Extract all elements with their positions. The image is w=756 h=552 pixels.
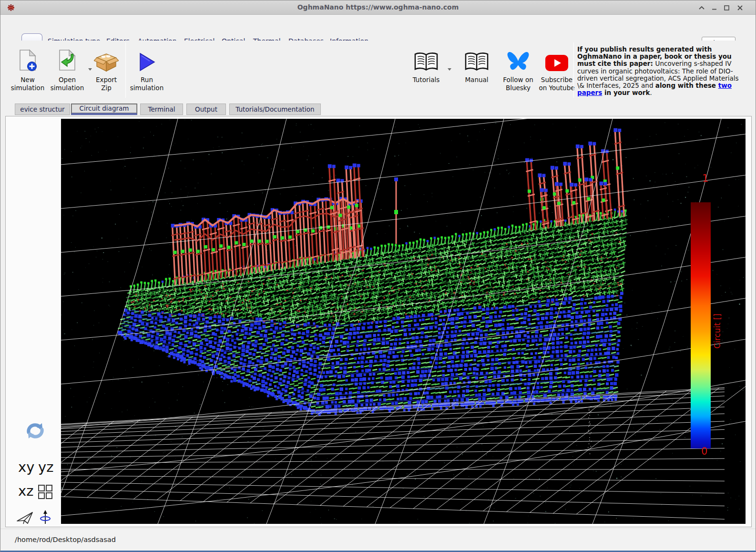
tab-terminal[interactable]: Terminal [140,104,183,115]
toolbar-label: Export Zip [89,76,123,92]
follow-bluesky-button[interactable]: Follow on Bluesky [498,47,538,92]
citation-bold-2: along with these [655,82,718,89]
open-simulation-button[interactable]: Open simulation [48,47,87,92]
view-xy-button[interactable]: xy [18,459,34,475]
play-icon [127,47,166,72]
toolbar-label: Follow on Bluesky [498,76,538,92]
title-bar[interactable]: OghmaNano https://www.oghma-nano.com [0,0,756,15]
book-icon [407,47,446,72]
new-document-icon [8,47,47,72]
bluesky-butterfly-icon [498,47,538,72]
citation-normal-2: . [650,89,652,96]
rotate-axis-icon[interactable] [39,510,51,526]
tutorials-button[interactable]: Tutorials [407,47,446,84]
app-window: OghmaNano https://www.oghma-nano.com Fil… [0,0,756,552]
3d-viewport-canvas[interactable] [61,119,746,524]
book-icon [457,47,496,72]
toolbar-label: Run simulation [127,76,166,92]
export-box-icon [89,47,123,72]
toolbar: New simulation Open simulation [0,41,756,102]
maximize-window-button[interactable] [722,4,731,11]
view-xz-button[interactable]: xz [18,483,33,499]
open-document-icon [48,47,87,72]
status-bar: /home/rod/Desktop/asdsasad [0,529,756,551]
toolbar-separator [125,42,126,98]
toolbar-label: New simulation [8,76,47,92]
tab-circuit-diagram[interactable]: Circuit diagram [71,104,137,115]
export-zip-button[interactable]: Export Zip [89,47,123,92]
colorbar-max-label: 1 [696,173,715,184]
status-path: /home/rod/Desktop/asdsasad [15,536,116,543]
youtube-icon [536,47,577,72]
toolbar-label: Subscribe on Youtube [536,76,577,92]
subscribe-youtube-button[interactable]: Subscribe on Youtube [536,47,577,92]
window-title: OghmaNano https://www.oghma-nano.com [0,3,756,11]
manual-button[interactable]: Manual [457,47,496,84]
tab-output[interactable]: Output [186,104,226,115]
shade-window-button[interactable] [697,4,706,11]
tutorials-dropdown-arrow-icon[interactable] [448,68,451,71]
citation-bold-3: in your work [602,89,650,96]
toolbar-separator [573,42,574,98]
tab-device-structure[interactable]: evice structur [15,104,70,115]
grid-view-icon[interactable] [37,484,53,500]
menu-bar: File Simulation type Editors Automation … [0,15,756,40]
refresh-icon[interactable] [25,421,46,441]
colorbar-min-label: 0 [695,446,714,457]
view-yz-button[interactable]: yz [38,459,53,475]
colorbar [691,202,711,448]
circuit-diagram-panel: 1 0 Circuit [] xy yz xz [5,116,752,527]
paper-plane-icon[interactable] [16,510,34,525]
new-simulation-button[interactable]: New simulation [8,47,47,92]
run-simulation-button[interactable]: Run simulation [127,47,166,92]
tab-tutorials-documentation[interactable]: Tutorials/Documentation [229,104,321,115]
toolbar-label: Tutorials [407,76,446,84]
close-window-button[interactable] [736,4,744,11]
toolbar-label: Manual [457,76,496,84]
toolbar-label: Open simulation [48,76,87,92]
citation-text: If you publish results generated with Og… [577,46,742,96]
colorbar-axis-label: Circuit [] [713,291,722,372]
view-tab-bar: evice structur Circuit diagram Terminal … [0,102,756,116]
minimize-window-button[interactable] [710,4,718,11]
